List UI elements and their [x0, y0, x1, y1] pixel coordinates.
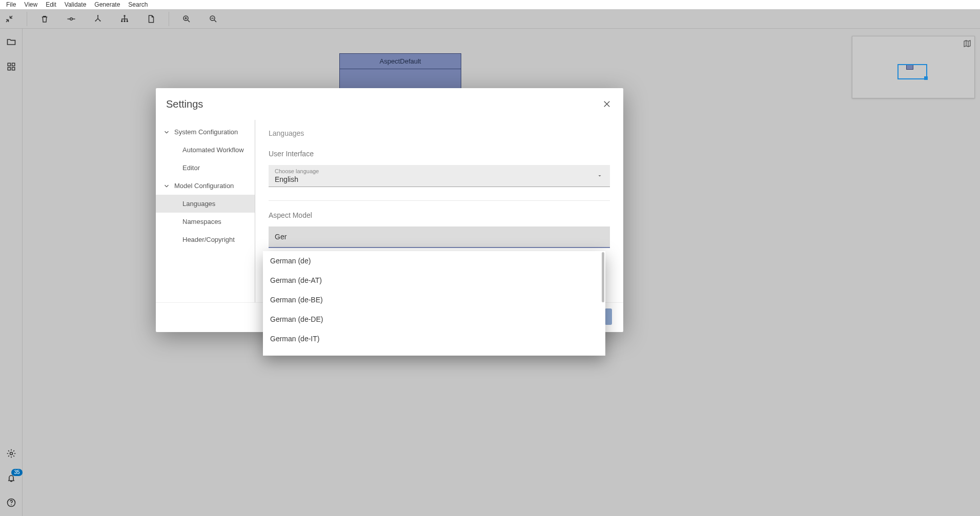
- ui-language-select[interactable]: Choose language English: [269, 165, 610, 187]
- dropdown-scrollbar[interactable]: [602, 252, 604, 302]
- dropdown-option[interactable]: German (de): [263, 251, 605, 271]
- label-aspect-model: Aspect Model: [269, 211, 610, 219]
- divider: [269, 200, 610, 201]
- ui-language-value: English: [275, 175, 604, 183]
- chevron-down-icon: [163, 129, 170, 136]
- nav-item-editor[interactable]: Editor: [156, 159, 255, 177]
- nav-item-header-copyright[interactable]: Header/Copyright: [156, 231, 255, 249]
- nav-group-model[interactable]: Model Configuration: [156, 177, 255, 195]
- ui-language-float-label: Choose language: [275, 168, 604, 174]
- settings-sidenav: System Configuration Automated Workflow …: [156, 120, 255, 302]
- nav-group-label: System Configuration: [174, 128, 238, 136]
- dropdown-option[interactable]: German (de-BE): [263, 290, 605, 309]
- dropdown-option[interactable]: German (de-DE): [263, 309, 605, 329]
- close-icon[interactable]: [601, 98, 613, 110]
- nav-item-namespaces[interactable]: Namespaces: [156, 213, 255, 231]
- section-languages: Languages: [269, 129, 610, 137]
- nav-group-system[interactable]: System Configuration: [156, 123, 255, 141]
- dropdown-option[interactable]: German (de-AT): [263, 271, 605, 290]
- chevron-down-icon: [163, 182, 170, 190]
- nav-item-languages[interactable]: Languages: [156, 195, 255, 213]
- label-user-interface: User Interface: [269, 150, 610, 158]
- nav-group-label: Model Configuration: [174, 182, 234, 190]
- apply-button[interactable]: [605, 308, 612, 325]
- language-dropdown: German (de) German (de-AT) German (de-BE…: [263, 251, 605, 356]
- modal-overlay: Settings System Configuration Automated …: [0, 0, 980, 516]
- nav-item-automated-workflow[interactable]: Automated Workflow: [156, 141, 255, 159]
- aspect-language-input[interactable]: [269, 226, 610, 248]
- chevron-down-icon: [597, 173, 603, 179]
- dropdown-option[interactable]: German (de-IT): [263, 329, 605, 348]
- aspect-language-field[interactable]: [275, 233, 604, 241]
- dialog-title: Settings: [166, 98, 203, 110]
